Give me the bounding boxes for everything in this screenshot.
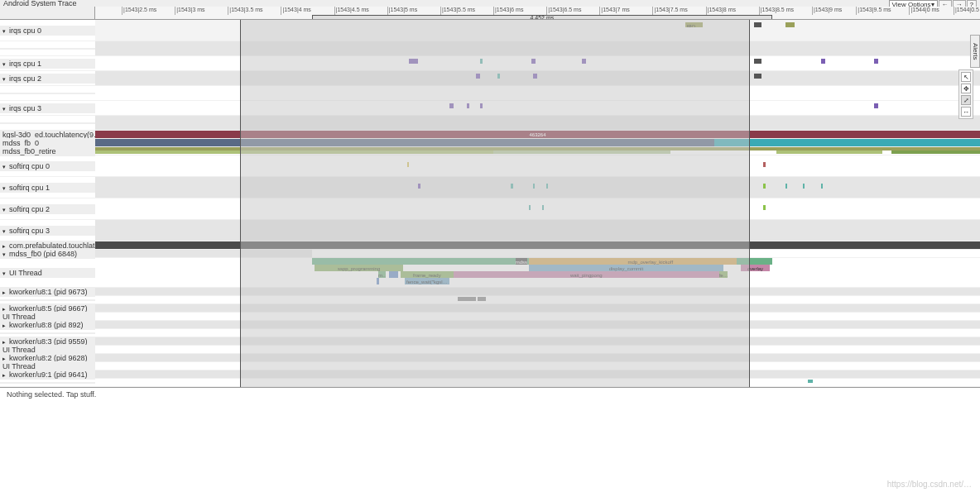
trace-event[interactable] [785,22,795,27]
trace-event[interactable] [389,271,398,278]
track-process-touchlatency[interactable]: ▸com.prefabulated.touchlatency (pid 9564… [0,241,980,250]
expander-icon[interactable]: ▸ [2,323,9,329]
expander-icon[interactable]: ▾ [2,185,9,192]
track-ui-thread-4[interactable]: UI Thread [0,362,980,370]
trace-event[interactable] [478,297,487,301]
expander-icon[interactable]: ▾ [2,61,9,68]
trace-event[interactable] [874,103,878,108]
track-kworker-u8-8[interactable]: ▸kworker/u8:8 (pid 892) [0,321,980,329]
track-softirq-cpu0[interactable]: ▾softirq cpu 0 [0,155,980,177]
trace-event[interactable] [529,205,531,210]
trace-event[interactable] [542,205,544,210]
track-ui-thread-3[interactable]: UI Thread [0,346,980,354]
track-kgsl[interactable]: kgsl-3d0_ed.touchlatency(9… 463264 [0,131,980,139]
trace-event[interactable] [531,59,536,64]
trace-event[interactable] [803,184,805,189]
trace-event[interactable] [407,162,409,167]
expander-icon[interactable]: ▾ [2,228,9,235]
ruler-scale[interactable]: |1543|2.5 ms |1543|3 ms |1543|3.5 ms |15… [95,7,980,19]
track-kworker-u8-5[interactable]: ▸kworker/u8:5 (pid 9667) [0,304,980,313]
track-process-mdss[interactable]: ▾mdss_fb0 (pid 6848) [0,250,980,258]
expander-icon[interactable]: ▸ [2,289,9,296]
trace-event[interactable] [533,74,537,79]
pointer-tool-icon[interactable]: ↖ [961,72,971,82]
trace-event[interactable]: display_commit [529,265,723,271]
trace-event[interactable] [821,184,823,189]
track-mdss-retire[interactable]: mdss_fb0_retire [0,147,980,155]
trace-event[interactable] [418,184,420,189]
trace-event[interactable] [763,184,766,189]
trace-event[interactable] [546,184,548,189]
expander-icon[interactable]: ▸ [2,372,9,379]
track-irqs-cpu2[interactable]: ▾irqs cpu 2 [0,71,980,86]
trace-event[interactable] [480,59,483,64]
trace-event[interactable]: mdss [516,258,527,265]
track-kworker-u8-3[interactable]: ▸kworker/u8:3 (pid 9559) [0,337,980,346]
trace-event[interactable] [95,151,493,154]
trace-event[interactable] [785,184,787,189]
trace-event[interactable] [808,380,813,383]
trace-event[interactable] [476,74,480,79]
trace-event[interactable] [776,151,882,154]
trace-event[interactable] [754,74,761,79]
expander-icon[interactable]: ▾ [2,207,9,213]
expander-icon[interactable]: ▾ [2,106,9,112]
trace-event[interactable] [737,258,772,265]
trace-event[interactable] [409,59,418,64]
trace-event[interactable] [582,59,586,64]
trace-event[interactable] [754,22,761,27]
track-softirq-cpu2[interactable]: ▾softirq cpu 2 [0,198,980,220]
trace-event[interactable] [493,151,670,154]
track-irqs-cpu0[interactable]: ▾irqs cpu 0 IRQ … [0,20,980,41]
trace-event[interactable]: 463264 [95,131,980,138]
track-kworker-u9-1[interactable]: ▸kworker/u9:1 (pid 9641) [0,370,980,379]
track-softirq-cpu1[interactable]: ▾softirq cpu 1 [0,177,980,198]
trace-event[interactable] [754,59,761,64]
expander-icon[interactable]: ▾ [2,28,9,35]
trace-event[interactable] [891,151,980,154]
track-irqs-cpu1[interactable]: ▾irqs cpu 1 [0,56,980,71]
track-softirq-cpu3[interactable]: ▾softirq cpu 3 [0,220,980,241]
trace-event[interactable] [467,103,469,108]
track-irqs-cpu3[interactable]: ▾irqs cpu 3 [0,101,980,116]
trace-event[interactable] [95,241,980,249]
trace-event[interactable] [511,184,512,189]
selection-range[interactable]: 4.452 ms [312,15,772,19]
trace-event[interactable] [95,139,714,146]
trace-event[interactable] [449,103,454,108]
trace-event[interactable]: mdp_overlay_kickoff [529,258,772,265]
expander-icon[interactable]: ▾ [2,251,9,258]
trace-event[interactable] [497,74,499,79]
pan-tool-icon[interactable]: ✥ [961,84,971,93]
trace-event[interactable]: fe… [719,271,728,278]
trace-event[interactable] [821,59,825,64]
trace-event[interactable] [458,297,475,301]
trace-event[interactable] [377,278,379,284]
timeline-ruler[interactable]: |1543|2.5 ms |1543|3 ms |1543|3.5 ms |15… [0,7,980,20]
expander-icon[interactable]: ▾ [2,164,9,170]
track-kworker-u8-2[interactable]: ▸kworker/u8:2 (pid 9628) [0,354,980,362]
track-ui-thread[interactable]: ▾UI Thread mdss mdp_overlay_kickoff over… [0,258,980,288]
trace-event[interactable]: wait_pingpong [454,271,719,278]
trace-event[interactable] [533,184,535,189]
trace-event[interactable]: sspp_programming [315,265,403,271]
track-mdss-fb0[interactable]: mdss_fb_0 [0,139,980,147]
trace-event[interactable]: fence_wait("kgsl… [405,278,449,284]
trace-event[interactable] [763,162,766,167]
trace-event[interactable]: frame_ready [401,271,454,278]
track-kworker-u8-1[interactable]: ▸kworker/u8:1 (pid 9673) [0,288,980,296]
trace-event[interactable]: IRQ … [685,22,703,27]
timing-tool-icon[interactable]: ↔ [961,107,971,117]
trace-event[interactable]: overlay [741,265,769,271]
trace-event[interactable] [480,103,483,108]
expander-icon[interactable]: ▾ [2,76,9,83]
trace-event[interactable] [874,59,878,64]
tracks-viewport[interactable]: ▾irqs cpu 0 IRQ … ▾irqs cpu 1 [0,20,980,387]
zoom-tool-icon[interactable]: ⤢ [961,95,971,105]
track-ui-thread-2[interactable]: UI Thread [0,313,980,321]
trace-event[interactable]: m… [378,271,386,278]
alerts-tab[interactable]: Alerts [970,35,980,68]
trace-event[interactable] [763,205,766,210]
trace-event[interactable] [714,139,980,146]
expander-icon[interactable]: ▾ [2,270,9,277]
